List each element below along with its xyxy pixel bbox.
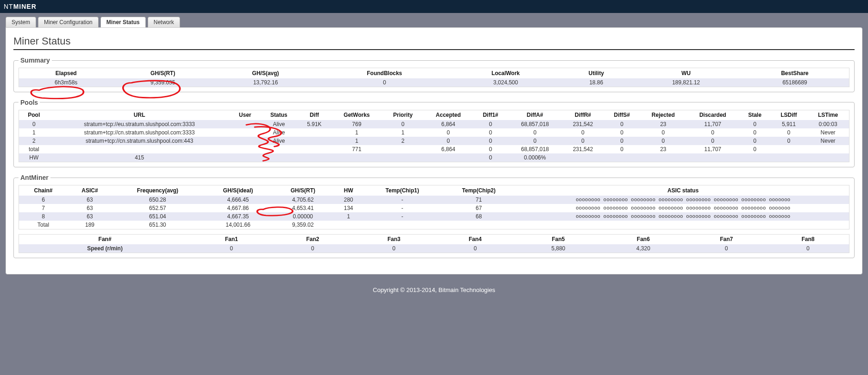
th-getworks: GetWorks [331,110,382,120]
brand-light: NT [4,3,13,10]
cell-t2: 67 [441,204,517,212]
hw-cell-12 [640,153,687,162]
th-freq: Frequency(avg) [112,185,203,196]
fan-8: 0 [767,244,849,253]
antminer-table: Chain# ASIC# Frequency(avg) GH/S(ideal) … [19,185,849,229]
fan-2: 0 [272,244,354,253]
th-elapsed: Elapsed [19,68,113,78]
total-cell-1: 189 [68,221,112,229]
cell-t2: 68 [441,212,517,221]
hw-cell-11 [604,153,640,162]
cell-priority: 2 [382,137,424,145]
th-local: LocalWork [450,68,561,78]
hw-cell-7 [424,153,473,162]
cell-freq: 650.28 [112,196,203,204]
th-t1: Temp(Chip1) [364,185,440,196]
cell-astat: oooooooo oooooooo oooooooo oooooooo oooo… [517,212,849,221]
cell-stale: 0 [739,120,770,128]
cell-accepted: 0 [424,137,473,145]
cell-diff: 5.91K [298,120,331,128]
cell-t1: - [364,204,440,212]
cell-diff [298,137,331,145]
cell-diffa: 0 [508,137,562,145]
cell-pool: 0 [19,120,49,128]
hw-cell-5 [331,153,382,162]
chain-row: 763652.574,667.864,653.41134-67oooooooo … [19,204,849,212]
th-diffs: DiffS# [604,110,640,120]
tab-miner-status[interactable]: Miner Status [100,17,146,27]
brand-bold: MINER [13,3,37,10]
th-ghsavg: GH/S(avg) [212,68,318,78]
total-lstime [807,145,849,153]
total-cell-5 [333,221,364,229]
tab-system[interactable]: System [6,17,36,27]
hw-cell-10 [562,153,604,162]
cell-diffs: 0 [604,137,640,145]
total-cell-3: 14,001.66 [203,221,273,229]
cell-chain: 8 [19,212,68,221]
cell-t2: 71 [441,196,517,204]
tab-strip: System Miner Configuration Miner Status … [0,13,868,27]
cell-status: Alive [260,128,298,137]
th-rejected: Rejected [640,110,687,120]
fan-1: 0 [191,244,272,253]
cell-ghsrt: 9,359.035 [113,78,212,87]
summary-row: 6h3m58s 9,359.035 13,792.16 0 3,024,500 … [19,78,849,87]
cell-utility: 18.86 [561,78,632,87]
cell-stale: 0 [739,137,770,145]
cell-priority: 0 [382,120,424,128]
hw-cell-0: HW [19,153,49,162]
hw-cell-14 [739,153,770,162]
cell-diffa: 0 [508,128,562,137]
th-pool: Pool [19,110,49,120]
th-ghsi: GH/S(ideal) [203,185,273,196]
cell-ghsrt: 0.00000 [273,212,333,221]
th-ghsrt: GH/S(RT) [113,68,212,78]
th-f4: Fan4 [435,234,516,244]
cell-lstime: Never [807,128,849,137]
total-discarded: 11,707 [687,145,739,153]
hw-cell-15 [771,153,807,162]
th-fan: Fan# [19,234,191,244]
cell-diffr: 0 [562,128,604,137]
total-url [49,145,230,153]
th-t2: Temp(Chip2) [441,185,517,196]
total-diffr: 231,542 [562,145,604,153]
cell-chain: 6 [19,196,68,204]
cell-ghsrt: 4,705.62 [273,196,333,204]
tab-miner-configuration[interactable]: Miner Configuration [38,17,99,27]
th-f6: Fan6 [601,234,686,244]
cell-url: stratum+tcp://cn.stratum.slushpool.com:4… [49,137,230,145]
th-hw: HW [333,185,364,196]
hw-cell-1: 415 [49,153,230,162]
hw-cell-8: 0 [473,153,508,162]
cell-diffa: 68,857,018 [508,120,562,128]
cell-best: 65186689 [741,78,849,87]
cell-discarded: 0 [687,137,739,145]
th-f1: Fan1 [191,234,272,244]
th-found: FoundBlocks [318,68,450,78]
cell-diffs: 0 [604,128,640,137]
cell-wu: 189,821.12 [631,78,740,87]
th-wu: WU [631,68,740,78]
summary-legend: Summary [19,57,52,64]
cell-user [230,128,260,137]
title-rule [13,49,855,50]
total-diffs: 0 [604,145,640,153]
total-cell-2: 651.30 [112,221,203,229]
th-f3: Fan3 [353,234,435,244]
pool-row: 1stratum+tcp://cn.stratum.slushpool.com:… [19,128,849,137]
cell-hw: 1 [333,212,364,221]
pool-row: 0stratum+tcp://eu.stratum.slushpool.com:… [19,120,849,128]
cell-hw: 280 [333,196,364,204]
th-diffr: DiffR# [562,110,604,120]
cell-url: stratum+tcp://eu.stratum.slushpool.com:3… [49,120,230,128]
cell-accepted: 0 [424,128,473,137]
tab-network[interactable]: Network [148,17,180,27]
cell-asic: 63 [68,196,112,204]
th-lstime: LSTime [807,110,849,120]
th-asic: ASIC# [68,185,112,196]
cell-ghsi: 4,667.86 [203,204,273,212]
total-cell-6 [364,221,440,229]
summary-section: Summary Elapsed GH/S(RT) GH/S(avg) Found… [13,57,855,92]
